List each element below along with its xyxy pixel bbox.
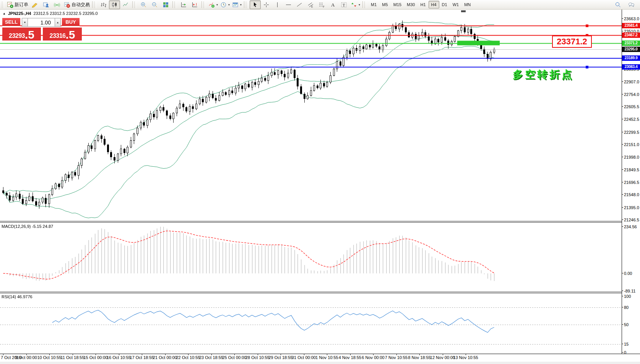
price-callout-label[interactable]: 23371.2 [552, 36, 592, 48]
crosshair-button[interactable] [261, 0, 272, 9]
equidistant-channel-icon: E [307, 2, 314, 8]
chart-shift-icon [192, 2, 198, 8]
chevron-down-icon[interactable]: ▾ [228, 3, 230, 6]
chart-shift-button[interactable] [189, 0, 200, 9]
time-axis-tick [419, 354, 420, 355]
pivot-annotation-text[interactable]: 多空转折点 [513, 68, 574, 81]
rsi-pane-canvas[interactable] [0, 293, 622, 354]
volume-decrease-button[interactable]: ▼ [22, 18, 28, 27]
time-axis-line [0, 354, 640, 354]
zoom-in-button[interactable] [138, 0, 149, 9]
toolbar-separator [92, 1, 93, 8]
time-axis-label: 6 Nov 00:00 [362, 355, 384, 360]
new-order-button[interactable]: 新订单 [6, 0, 29, 9]
auto-trading-button[interactable]: 自动交易 [63, 0, 91, 9]
line-chart-button[interactable] [120, 0, 131, 9]
time-axis-label: 4 Nov 18:55 [339, 355, 361, 360]
toolbar-grip[interactable] [2, 2, 5, 8]
trendline-button[interactable] [294, 0, 305, 9]
horizontal-line-icon [285, 2, 292, 8]
time-axis-tick [234, 354, 235, 355]
toolbar-grip[interactable] [94, 2, 97, 8]
time-axis-label: 7 Nov 10:55 [385, 355, 408, 360]
mt4-terminal-window: 新订单自动交易▾▾▾EFAT▾M1M5M15M30H1H4D1W1MN ▲ JP… [0, 0, 640, 364]
volume-increase-button[interactable]: ▲ [55, 18, 61, 27]
bar-chart-button[interactable] [98, 0, 109, 9]
time-axis-label: 29 Oct 18:55 [269, 355, 293, 360]
chart-scrollbar-thumb[interactable] [461, 10, 466, 12]
rsi-scale-label: 100 [624, 294, 631, 299]
macd-pane-canvas[interactable] [0, 223, 622, 292]
price-axis-tick: 23663.0 [624, 16, 639, 21]
cursor-button[interactable] [250, 0, 261, 9]
timeframe-d1-button[interactable]: D1 [439, 1, 450, 8]
search-button[interactable] [612, 0, 624, 9]
buy-price-frac: .5 [65, 30, 75, 40]
chevron-down-icon[interactable]: ▾ [240, 3, 242, 6]
toolbar-grip[interactable] [246, 2, 249, 8]
text-button[interactable]: A [327, 0, 338, 9]
timeframe-m30-button[interactable]: M30 [404, 1, 417, 8]
price-level-badge: 23581.4 [622, 23, 640, 28]
zoom-out-icon [151, 2, 158, 8]
time-axis-tick [142, 354, 142, 355]
metaeditor-button[interactable] [29, 0, 41, 9]
pane-separator[interactable] [0, 222, 622, 223]
price-chart-canvas[interactable] [0, 10, 622, 221]
signals-icon [54, 2, 60, 8]
templates-button[interactable]: ▾ [231, 0, 243, 9]
buy-button[interactable]: BUY [62, 18, 80, 27]
chevron-down-icon[interactable]: ▾ [359, 3, 360, 6]
toolbar-separator [172, 1, 173, 8]
fibonacci-button[interactable]: F [316, 0, 327, 9]
timeframe-m1-button[interactable]: M1 [368, 1, 379, 8]
auto-scroll-button[interactable] [178, 0, 189, 9]
periods-button[interactable]: ▾ [219, 0, 231, 9]
time-axis-label: 25 Oct 00:00 [223, 355, 247, 360]
chevron-down-icon[interactable]: ▾ [216, 3, 218, 6]
timeframe-h1-button[interactable]: H1 [417, 1, 428, 8]
timeframe-w1-button[interactable]: W1 [450, 1, 462, 8]
horizontal-line-button[interactable] [283, 0, 294, 9]
sell-price-display[interactable]: 23293.5 [2, 28, 41, 41]
tile-windows-button[interactable] [160, 0, 171, 9]
signals-button[interactable] [52, 0, 63, 9]
time-axis-tick [96, 354, 96, 355]
toolbar-grip[interactable] [364, 2, 367, 8]
time-axis-tick [165, 354, 166, 355]
arrows-button[interactable]: ▾ [349, 0, 361, 9]
text-label-button[interactable]: T [338, 0, 349, 9]
pane-separator[interactable] [0, 293, 622, 293]
toolbar-grip[interactable] [134, 2, 137, 8]
rsi-scale-label: 80 [624, 305, 629, 310]
macd-scale-label: -89.11 [624, 289, 635, 293]
trendline-icon [296, 2, 303, 8]
timeframe-h4-button[interactable]: H4 [429, 1, 439, 8]
time-axis-tick [211, 354, 212, 355]
timeframe-m5-button[interactable]: M5 [379, 1, 390, 8]
indicators-button[interactable]: ▾ [207, 0, 219, 9]
timeframe-mn-button[interactable]: MN [461, 1, 473, 8]
buy-price-display[interactable]: 23316.5 [43, 28, 82, 41]
toolbar-separator [244, 1, 244, 8]
time-axis-tick [188, 354, 188, 355]
window-bottom-edge [0, 362, 640, 364]
volume-input[interactable]: 1.00 [28, 18, 55, 27]
zoom-out-button[interactable] [149, 0, 160, 9]
candlestick-chart-button[interactable] [109, 0, 120, 9]
macd-label: MACD(12,26,9) -5.15 24.87 [2, 224, 53, 229]
toolbar-grip[interactable] [174, 2, 177, 8]
collapse-triangle-icon[interactable]: ▲ [3, 12, 6, 15]
pane-separator[interactable] [0, 292, 622, 292]
price-axis-tick: 22754.0 [624, 92, 639, 97]
toolbar-grip[interactable] [203, 2, 206, 8]
equidistant-channel-button[interactable]: E [305, 0, 316, 9]
new-chart-button[interactable] [41, 0, 52, 9]
pane-separator[interactable] [0, 221, 622, 221]
metaeditor-icon [32, 2, 38, 8]
chat-button[interactable] [626, 0, 637, 9]
vertical-line-button[interactable] [272, 0, 283, 9]
timeframe-m15-button[interactable]: M15 [391, 1, 404, 8]
chart-symbol-line[interactable]: ▲ JPN225-,H4 23312.5 23312.5 23232.5 232… [3, 11, 98, 16]
sell-button[interactable]: SELL [2, 18, 20, 27]
